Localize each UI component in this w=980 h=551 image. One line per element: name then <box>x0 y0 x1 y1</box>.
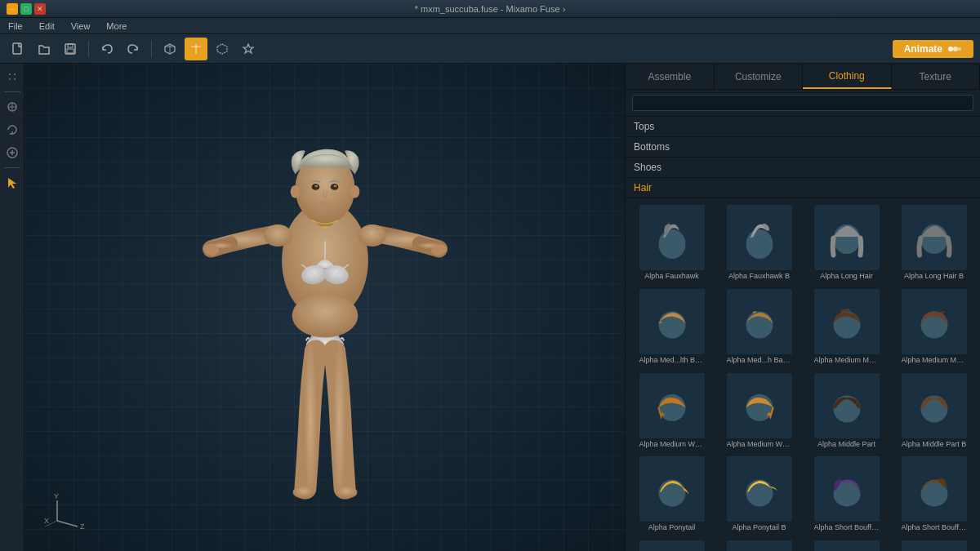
toolbar: Animate <box>0 34 980 64</box>
hair-thumb-20 <box>902 540 967 551</box>
cube2-button[interactable] <box>185 38 207 60</box>
menu-edit[interactable]: Edit <box>36 20 58 33</box>
hair-item-ponytail-b[interactable]: Alpha Ponytail B <box>716 453 802 535</box>
new-button[interactable] <box>7 38 29 60</box>
menu-more[interactable]: More <box>103 20 130 33</box>
main-area: Y Z X Assemble Customize Clothing Textur… <box>0 64 980 551</box>
sidebar-tool-move[interactable] <box>2 97 22 117</box>
right-panel: Assemble Customize Clothing Texture Tops… <box>625 64 980 551</box>
tab-texture[interactable]: Texture <box>892 64 981 89</box>
hair-thumb-ponytail <box>639 456 705 522</box>
minimize-button[interactable]: ─ <box>7 3 18 15</box>
star-button[interactable] <box>237 38 260 60</box>
character-3d <box>203 104 448 512</box>
hair-label-med-bangs: Alpha Med...lth Bangs <box>639 356 705 365</box>
search-input[interactable] <box>632 95 973 111</box>
category-tops[interactable]: Tops <box>626 117 980 137</box>
hair-thumb-fauxhawk <box>639 205 705 270</box>
svg-point-61 <box>920 396 947 423</box>
category-list[interactable]: Tops Bottoms Shoes Hair Alpha Fauxhawk A <box>626 117 980 551</box>
svg-point-50 <box>658 229 685 259</box>
sidebar-tool-rotate[interactable] <box>2 120 22 140</box>
hair-label-short-bouffant: Alpha Short Bouffant <box>814 523 880 532</box>
svg-point-39 <box>323 226 327 229</box>
search-bar <box>626 90 980 117</box>
sidebar-tool-cursor[interactable] <box>2 173 22 193</box>
hair-label-medium-wavy-b: Alpha Medium Wavy B <box>727 440 792 449</box>
close-button[interactable]: ✕ <box>34 3 46 15</box>
hair-item-ponytail[interactable]: Alpha Ponytail <box>629 453 715 535</box>
svg-marker-8 <box>243 44 253 53</box>
hair-label-middle-part-b: Alpha Middle Part B <box>902 440 967 449</box>
svg-point-10 <box>953 47 958 51</box>
hair-item-medium-wavy[interactable]: Alpha Medium Wavy <box>629 370 715 452</box>
title-bar: ─ □ ✕ * mxm_succuba.fuse - Mixamo Fuse › <box>0 0 980 18</box>
hair-thumb-short-bouffant-b <box>902 456 967 522</box>
menu-file[interactable]: File <box>5 20 26 33</box>
hair-thumb-med-bangs <box>639 289 705 354</box>
hair-label-med-bangs-b: Alpha Med...h Bangs B <box>727 356 792 365</box>
viewport[interactable]: Y Z X <box>24 64 625 551</box>
hair-item-fauxhawk[interactable]: Alpha Fauxhawk <box>629 202 715 284</box>
hair-grid: Alpha Fauxhawk Alpha Fauxhawk B Alpha Lo… <box>626 198 980 551</box>
hair-item-long-hair-b[interactable]: Alpha Long Hair B <box>891 202 977 284</box>
animate-button[interactable]: Animate <box>893 40 973 58</box>
hair-thumb-middle-part <box>814 373 880 438</box>
hair-item-med-bangs[interactable]: Alpha Med...lth Bangs <box>629 286 715 368</box>
save-button[interactable] <box>59 38 82 60</box>
svg-rect-3 <box>67 49 74 53</box>
sidebar-tool-add[interactable] <box>2 143 22 162</box>
hair-thumb-short-bouffant <box>814 456 880 522</box>
category-shoes[interactable]: Shoes <box>626 158 980 178</box>
toolbar-sep-2 <box>151 41 152 57</box>
category-bottoms[interactable]: Bottoms <box>626 137 980 158</box>
hair-thumb-medium-messy-b <box>902 289 967 354</box>
menu-view[interactable]: View <box>68 20 94 33</box>
redo-button[interactable] <box>122 38 145 60</box>
cube3-button[interactable] <box>211 38 234 60</box>
svg-point-36 <box>333 184 336 187</box>
hair-item-long-hair[interactable]: Alpha Long Hair <box>804 202 889 284</box>
hair-thumb-ponytail-b <box>727 456 792 522</box>
hair-item-17[interactable] <box>629 537 715 551</box>
hair-item-middle-part[interactable]: Alpha Middle Part <box>804 370 889 452</box>
tab-clothing[interactable]: Clothing <box>803 64 892 89</box>
maximize-button[interactable]: □ <box>20 3 32 15</box>
hair-item-med-bangs-b[interactable]: Alpha Med...h Bangs B <box>716 286 802 368</box>
svg-point-24 <box>358 224 386 247</box>
svg-text:Y: Y <box>54 492 59 500</box>
hair-label-ponytail-b: Alpha Ponytail B <box>732 523 786 532</box>
hair-item-short-bouffant[interactable]: Alpha Short Bouffant <box>804 453 889 535</box>
hair-thumb-medium-wavy <box>639 373 705 438</box>
hair-thumb-medium-messy <box>814 289 880 354</box>
hair-item-20[interactable] <box>891 537 977 551</box>
svg-point-9 <box>948 47 953 51</box>
window-title: * mxm_succuba.fuse - Mixamo Fuse › <box>56 4 924 14</box>
hair-item-fauxhawk-b[interactable]: Alpha Fauxhawk B <box>716 202 802 284</box>
hair-item-medium-messy[interactable]: Alpha Medium Messy <box>804 286 889 368</box>
hair-label-medium-wavy: Alpha Medium Wavy <box>639 440 705 449</box>
hair-item-medium-messy-b[interactable]: Alpha Medium Messy B <box>891 286 977 368</box>
hair-item-middle-part-b[interactable]: Alpha Middle Part B <box>891 370 977 452</box>
tab-bar: Assemble Customize Clothing Texture <box>626 64 980 90</box>
hair-thumb-17 <box>639 540 705 551</box>
hair-thumb-fauxhawk-b <box>727 205 792 270</box>
undo-button[interactable] <box>96 38 118 60</box>
hair-item-medium-wavy-b[interactable]: Alpha Medium Wavy B <box>716 370 802 452</box>
svg-point-51 <box>746 229 773 259</box>
hair-label-long-hair: Alpha Long Hair <box>820 272 873 281</box>
open-button[interactable] <box>33 38 56 60</box>
hair-label-medium-messy: Alpha Medium Messy <box>814 356 880 365</box>
hair-item-short-bouffant-b[interactable]: Alpha Short Bouffant B <box>891 453 977 535</box>
svg-point-32 <box>292 486 314 498</box>
hair-thumb-19 <box>814 540 880 551</box>
svg-line-43 <box>57 521 78 527</box>
svg-point-60 <box>833 396 860 423</box>
hair-item-19[interactable] <box>804 537 889 551</box>
hair-item-18[interactable] <box>716 537 802 551</box>
hair-label-short-bouffant-b: Alpha Short Bouffant B <box>902 523 967 532</box>
cube1-button[interactable] <box>158 38 181 60</box>
category-hair[interactable]: Hair <box>626 178 980 198</box>
tab-customize[interactable]: Customize <box>715 64 804 89</box>
tab-assemble[interactable]: Assemble <box>626 64 715 89</box>
